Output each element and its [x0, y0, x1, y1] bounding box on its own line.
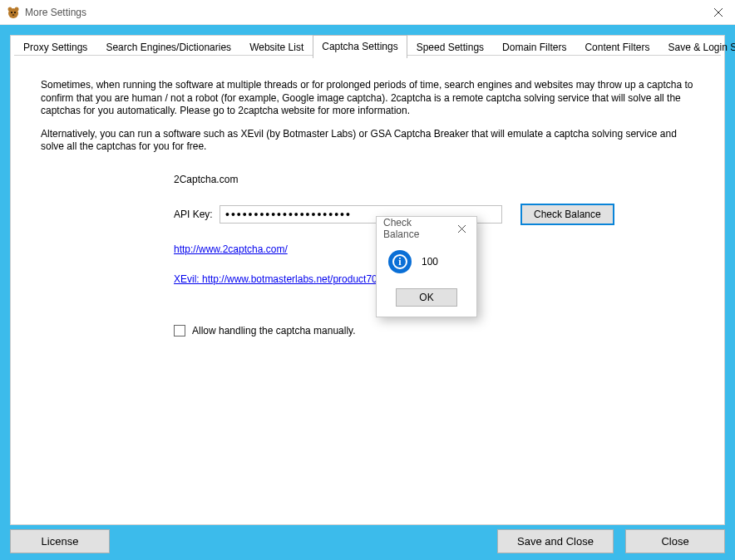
- svg-point-4: [14, 12, 16, 13]
- window-close-button[interactable]: [702, 0, 735, 25]
- link-2captcha[interactable]: http://www.2captcha.com/: [174, 243, 288, 255]
- link-xevil[interactable]: XEvil: http://www.botmasterlabs.net/prod…: [174, 273, 397, 285]
- tab-save-login-settings[interactable]: Save & Login Settings: [659, 37, 735, 58]
- tab-captcha-settings[interactable]: Captcha Settings: [313, 35, 407, 58]
- main-panel: Proxy Settings Search Engines/Dictionari…: [10, 35, 725, 525]
- description-paragraph-1: Sometimes, when running the software at …: [41, 79, 694, 118]
- close-button[interactable]: Close: [625, 529, 725, 553]
- allow-manual-label: Allow handling the captcha manually.: [192, 325, 356, 336]
- svg-point-3: [11, 12, 12, 13]
- window-title: More Settings: [25, 7, 86, 18]
- svg-point-5: [12, 14, 15, 16]
- check-balance-button[interactable]: Check Balance: [520, 204, 614, 225]
- allow-manual-checkbox[interactable]: [174, 325, 185, 336]
- tab-strip: Proxy Settings Search Engines/Dictionari…: [14, 35, 721, 58]
- svg-point-2: [15, 7, 19, 11]
- section-label: 2Captcha.com: [174, 174, 694, 185]
- tab-domain-filters[interactable]: Domain Filters: [493, 37, 575, 58]
- tab-search-engines[interactable]: Search Engines/Dictionaries: [96, 37, 240, 58]
- license-button[interactable]: License: [10, 529, 110, 553]
- info-icon: i: [388, 250, 412, 273]
- svg-point-1: [8, 7, 12, 11]
- balance-value: 100: [422, 256, 438, 268]
- client-area: Proxy Settings Search Engines/Dictionari…: [0, 25, 735, 560]
- tab-website-list[interactable]: Website List: [240, 37, 313, 58]
- close-icon: [714, 8, 723, 17]
- dialog-title: Check Balance: [383, 217, 447, 240]
- dialog-ok-button[interactable]: OK: [396, 288, 457, 307]
- titlebar: More Settings: [0, 0, 735, 25]
- tab-proxy-settings[interactable]: Proxy Settings: [14, 37, 96, 58]
- dialog-close-button[interactable]: [447, 217, 476, 240]
- description: Sometimes, when running the software at …: [41, 79, 694, 154]
- app-icon: [7, 6, 20, 19]
- save-and-close-button[interactable]: Save and Close: [497, 529, 614, 553]
- check-balance-dialog: Check Balance i 100 OK: [376, 216, 477, 317]
- description-paragraph-2: Alternatively, you can run a software su…: [41, 128, 694, 154]
- api-key-label: API Key:: [174, 209, 220, 220]
- bottom-bar: License Save and Close Close: [10, 529, 725, 553]
- close-icon: [458, 225, 466, 233]
- tab-content-filters[interactable]: Content Filters: [575, 37, 659, 58]
- tab-speed-settings[interactable]: Speed Settings: [407, 37, 493, 58]
- captcha-form: 2Captcha.com API Key: Check Balance http…: [41, 165, 694, 336]
- tab-content: Sometimes, when running the software at …: [11, 69, 724, 524]
